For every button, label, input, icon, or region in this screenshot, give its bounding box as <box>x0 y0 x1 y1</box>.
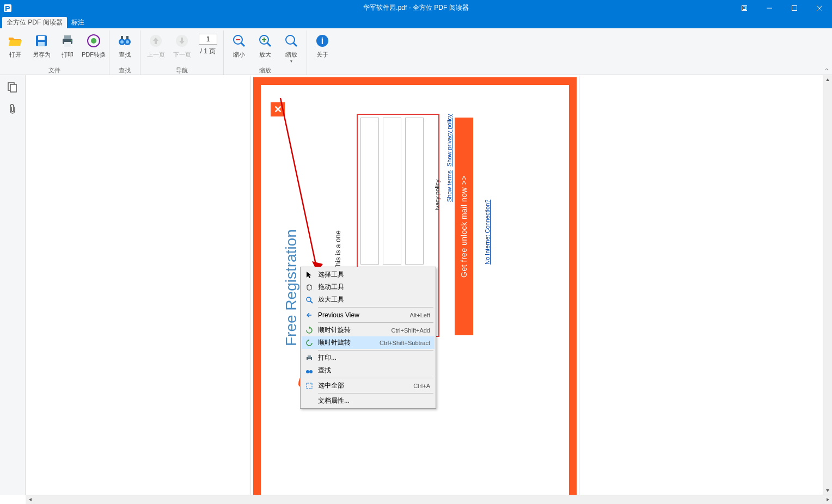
binoculars-icon <box>116 32 133 50</box>
scroll-down-button[interactable] <box>823 485 832 495</box>
magnifier-icon <box>304 294 315 305</box>
svg-marker-56 <box>827 498 829 501</box>
zoom-button[interactable]: 缩放 ▾ <box>279 30 303 64</box>
cm-rotate-cw[interactable]: 顺时针旋转 Ctrl+Shift+Add <box>302 324 435 336</box>
scroll-right-button[interactable] <box>823 495 832 504</box>
cm-select-tool[interactable]: 选择工具 <box>302 268 435 281</box>
select-all-icon <box>304 380 315 391</box>
tab-annotate[interactable]: 标注 <box>67 17 89 28</box>
cm-select-all[interactable]: 选中全部 Ctrl+A <box>302 379 435 392</box>
svg-rect-1 <box>742 5 747 10</box>
ribbon-group-nav-label: 导航 <box>176 66 188 75</box>
cm-zoom-tool[interactable]: 放大工具 <box>302 293 435 306</box>
zoom-out-icon <box>230 32 248 50</box>
ribbon-group-zoom: 缩小 放大 缩放 ▾ 缩放 <box>224 30 307 75</box>
no-internet-link: No Internet Connection? <box>484 200 491 265</box>
form-input-1 <box>360 118 379 265</box>
auxiliary-button[interactable] <box>732 0 757 16</box>
svg-rect-50 <box>308 355 311 358</box>
svg-marker-42 <box>826 78 829 81</box>
tab-reader[interactable]: 全方位 PDF 阅读器 <box>2 17 67 28</box>
horizontal-scrollbar[interactable] <box>26 495 832 504</box>
svg-line-28 <box>267 43 271 46</box>
printer-mini-icon <box>304 353 315 364</box>
find-button[interactable]: 查找 <box>113 30 137 59</box>
menu-separator <box>318 378 433 378</box>
collapse-ribbon-button[interactable]: ⌃ <box>824 67 829 73</box>
attachments-panel-button[interactable] <box>4 101 21 116</box>
svg-rect-36 <box>10 84 16 92</box>
svg-text:i: i <box>321 36 323 46</box>
svg-rect-54 <box>307 383 312 389</box>
cursor-icon <box>304 269 315 280</box>
hscroll-track[interactable] <box>35 495 823 504</box>
vertical-scrollbar[interactable] <box>823 75 832 495</box>
svg-rect-12 <box>64 42 71 47</box>
pages-panel-button[interactable] <box>4 79 21 95</box>
cm-find[interactable]: 查找 <box>302 364 435 377</box>
pdf-viewer[interactable]: ✕ Free Registration e using it. This is … <box>26 75 832 495</box>
ribbon-group-file: 打开 另存为 打印 PDF转换 文件 <box>0 30 109 75</box>
ribbon: 打开 另存为 打印 PDF转换 文件 查找 查找 <box>0 28 832 75</box>
svg-marker-44 <box>307 272 311 278</box>
ribbon-tab-bar: 全方位 PDF 阅读器 标注 <box>0 16 832 28</box>
prev-page-button[interactable]: 上一页 <box>144 30 168 59</box>
cta-button: Get free unlock mail now >> <box>455 118 473 335</box>
folder-open-icon <box>7 32 24 50</box>
open-button[interactable]: 打开 <box>3 30 27 59</box>
back-arrow-icon <box>304 310 315 321</box>
svg-marker-43 <box>826 489 829 492</box>
cm-print[interactable]: 打印... <box>302 352 435 364</box>
chevron-down-icon: ▾ <box>290 59 292 64</box>
pdf-convert-icon <box>85 32 102 50</box>
svg-rect-51 <box>308 359 311 361</box>
print-button[interactable]: 打印 <box>56 30 79 59</box>
privacy-policy-text: ivacy policy. <box>434 179 441 210</box>
minimize-button[interactable] <box>757 0 782 16</box>
ribbon-group-about: i 关于 <box>307 30 338 75</box>
svg-point-52 <box>306 370 309 373</box>
workspace: ✕ Free Registration e using it. This is … <box>0 75 832 495</box>
arrow-down-icon <box>173 32 191 50</box>
svg-rect-21 <box>126 36 129 39</box>
zoom-out-button[interactable]: 缩小 <box>227 30 251 59</box>
ribbon-group-nav: 上一页 下一页 / 1 页 导航 <box>140 30 224 75</box>
svg-point-53 <box>309 370 313 373</box>
convert-button[interactable]: PDF转换 <box>82 30 106 59</box>
window-controls <box>732 0 832 16</box>
svg-point-15 <box>91 38 96 44</box>
scroll-up-button[interactable] <box>823 75 832 84</box>
svg-point-31 <box>286 35 295 44</box>
close-button[interactable] <box>807 0 832 16</box>
svg-rect-2 <box>743 7 746 9</box>
show-terms-link: Show terms <box>446 170 452 202</box>
next-page-button[interactable]: 下一页 <box>170 30 194 59</box>
page-number-input[interactable] <box>199 34 217 45</box>
cm-drag-tool[interactable]: 拖动工具 <box>302 281 435 293</box>
svg-line-46 <box>310 301 313 303</box>
title-bar: 华军软件园.pdf - 全方位 PDF 阅读器 <box>0 0 832 16</box>
svg-point-19 <box>126 40 129 44</box>
ribbon-group-find: 查找 查找 <box>109 30 140 75</box>
pages-icon <box>7 82 18 93</box>
scroll-track[interactable] <box>823 84 832 485</box>
svg-marker-55 <box>29 498 32 501</box>
hand-icon <box>304 282 315 293</box>
save-as-button[interactable]: 另存为 <box>29 30 53 59</box>
svg-rect-4 <box>792 5 797 10</box>
menu-separator <box>318 307 433 308</box>
zoom-in-icon <box>256 32 274 50</box>
rotate-cw-icon <box>304 325 315 336</box>
zoom-in-button[interactable]: 放大 <box>253 30 277 59</box>
cm-previous-view[interactable]: Previous View Alt+Left <box>302 309 435 321</box>
printer-icon <box>59 32 76 50</box>
about-button[interactable]: i 关于 <box>310 30 334 59</box>
cm-rotate-ccw[interactable]: 顺时针旋转 Ctrl+Shift+Subtract <box>302 336 435 349</box>
zoom-icon <box>283 32 300 50</box>
cm-doc-properties[interactable]: 文档属性... <box>302 395 435 407</box>
svg-rect-9 <box>38 42 45 46</box>
scroll-left-button[interactable] <box>26 495 35 504</box>
maximize-button[interactable] <box>782 0 807 16</box>
svg-line-25 <box>241 43 244 46</box>
ribbon-group-find-label: 查找 <box>119 66 131 75</box>
